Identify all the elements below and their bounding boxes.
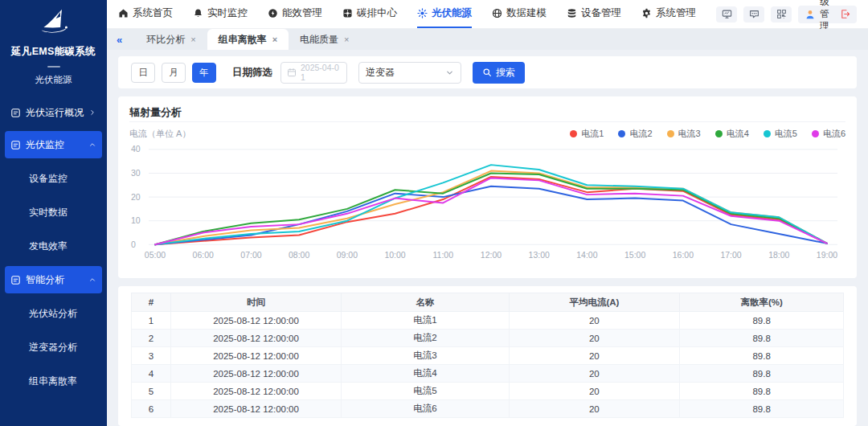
sidebar-subitem-label: 组串离散率 — [29, 375, 77, 388]
legend-dot — [764, 130, 771, 137]
period-button[interactable]: 年 — [192, 63, 216, 83]
topnav-tools — [716, 6, 792, 23]
tab-电能质量[interactable]: 电能质量× — [289, 29, 360, 50]
y-tick-label: 40 — [131, 145, 141, 154]
app-title: 延凡EMS能碳系统 — [0, 45, 107, 59]
nav-item-label: 碳排中心 — [357, 6, 397, 20]
nav-item[interactable]: 数据建模 — [492, 0, 547, 28]
sidebar-subitem[interactable]: 光伏站分析 — [5, 300, 102, 327]
x-tick-label: 07:00 — [240, 251, 261, 260]
nav-item-label: 系统管理 — [656, 6, 696, 20]
close-icon[interactable]: × — [272, 35, 277, 44]
sidebar-item[interactable]: 智能分析 — [5, 266, 102, 293]
x-tick-label: 15:00 — [624, 251, 645, 260]
close-icon[interactable]: × — [344, 35, 349, 44]
menu-square-icon — [10, 108, 21, 118]
search-button-label: 搜索 — [496, 66, 515, 80]
tab-strip: « 环比分析×组串离散率×电能质量× — [107, 29, 868, 50]
period-button[interactable]: 日 — [131, 63, 155, 83]
logout-icon[interactable] — [840, 9, 850, 19]
sidebar-item[interactable]: 光伏运行概况 — [5, 99, 102, 126]
legend-item[interactable]: 电流1 — [570, 128, 604, 140]
table-header-row: #时间名称平均电流(A)离散率(%) — [132, 293, 844, 312]
sidebar-subitem[interactable]: 设备监控 — [5, 165, 102, 192]
x-tick-label: 14:00 — [576, 251, 597, 260]
search-button[interactable]: 搜索 — [473, 62, 525, 84]
x-tick-label: 12:00 — [481, 251, 502, 260]
table-cell: 电流1 — [342, 312, 509, 330]
nav-item[interactable]: 实时监控 — [193, 0, 248, 28]
table-row: 42025-08-12 12:00:00电流42089.8 — [132, 365, 844, 383]
x-tick-label: 09:00 — [337, 251, 358, 260]
legend-dot — [570, 130, 577, 137]
topnav-items: 系统首页实时监控能效管理碳排中心光伏能源数据建模设备管理系统管理 — [118, 0, 716, 28]
database-icon — [567, 8, 577, 18]
legend-item[interactable]: 电流4 — [715, 128, 749, 140]
table-cell: 2025-08-12 12:00:00 — [170, 312, 342, 330]
table-header-cell: 平均电流(A) — [509, 293, 680, 312]
sidebar-subitem[interactable]: 发电效率 — [5, 232, 102, 260]
sidebar-subitem[interactable]: 组串离散率 — [5, 367, 102, 395]
message-button[interactable] — [743, 6, 764, 23]
legend-dot — [715, 130, 723, 137]
table-cell: 89.8 — [680, 312, 844, 330]
y-axis-unit-label: 电流（单位 A） — [129, 128, 190, 140]
user-menu[interactable]: 超级管理员 — [798, 6, 857, 23]
chart-meta-row: 电流（单位 A） 电流1电流2电流3电流4电流5电流6 — [129, 124, 845, 143]
qrcode-button[interactable] — [771, 6, 792, 23]
tab-环比分析[interactable]: 环比分析× — [135, 29, 207, 50]
tab-组串离散率[interactable]: 组串离散率× — [207, 29, 289, 50]
period-button[interactable]: 月 — [162, 63, 186, 83]
legend-label: 电流4 — [727, 128, 749, 140]
table-cell: 20 — [509, 400, 680, 418]
app-subtitle: 光伏能源 — [0, 74, 107, 86]
app-logo — [0, 0, 107, 42]
sidebar-item-label: 智能分析 — [26, 273, 64, 287]
nav-item-label: 系统首页 — [133, 6, 173, 20]
sidebar-item-label: 光伏运行概况 — [26, 106, 84, 120]
y-tick-label: 10 — [131, 216, 141, 225]
legend-item[interactable]: 电流2 — [618, 128, 652, 140]
table-cell: 电流5 — [342, 383, 509, 400]
nav-item-label: 数据建模 — [506, 6, 547, 20]
table-cell: 2 — [132, 330, 171, 347]
gear-icon — [641, 8, 652, 18]
table-header-cell: 时间 — [170, 293, 342, 312]
device-select-value: 逆变器 — [366, 66, 395, 80]
collapse-tabs-icon[interactable]: « — [117, 34, 122, 46]
nav-item[interactable]: 系统管理 — [641, 0, 696, 28]
table-cell: 89.8 — [680, 400, 844, 418]
nav-item[interactable]: 能效管理 — [268, 0, 322, 28]
sidebar-subitem[interactable]: 逆变器分析 — [5, 334, 102, 361]
table-row: 32025-08-12 12:00:00电流32089.8 — [132, 347, 844, 365]
table-header-cell: # — [132, 293, 171, 312]
table-cell: 4 — [132, 365, 171, 383]
legend-item[interactable]: 电流6 — [812, 128, 845, 140]
nav-item[interactable]: 设备管理 — [567, 0, 621, 28]
screen-button[interactable] — [716, 6, 737, 23]
sidebar-subitem[interactable]: 实时数据 — [5, 199, 102, 226]
alarm-icon — [193, 8, 203, 18]
sidebar-divider — [47, 66, 60, 68]
menu-square-icon — [10, 275, 21, 285]
chevron-right-icon — [88, 109, 96, 117]
x-tick-label: 10:00 — [384, 251, 405, 260]
legend-item[interactable]: 电流3 — [667, 128, 701, 140]
table-cell: 89.8 — [680, 330, 844, 347]
table-cell: 2025-08-12 12:00:00 — [170, 347, 342, 365]
sidebar-subitem-label: 发电效率 — [29, 240, 68, 253]
device-select[interactable]: 逆变器 — [358, 62, 461, 84]
table-cell: 2025-08-12 12:00:00 — [170, 400, 342, 418]
chevron-down-icon — [445, 68, 454, 77]
table-cell: 3 — [132, 347, 171, 365]
sidebar-item[interactable]: 光伏监控 — [5, 131, 102, 158]
table-cell: 2025-08-12 12:00:00 — [170, 330, 342, 347]
nav-item[interactable]: 光伏能源 — [417, 0, 472, 28]
close-icon[interactable]: × — [190, 35, 195, 44]
nav-item[interactable]: 碳排中心 — [342, 0, 397, 28]
legend-item[interactable]: 电流5 — [764, 128, 797, 140]
date-picker-input[interactable]: 2025-04-01 — [280, 62, 347, 84]
page-content: 日月年 日期筛选 2025-04-01 逆变器 搜索 辐射量分析 — [107, 50, 868, 426]
app-window: 延凡EMS能碳系统 光伏能源 光伏运行概况光伏监控设备监控实时数据发电效率智能分… — [0, 0, 868, 426]
nav-item[interactable]: 系统首页 — [118, 0, 173, 28]
